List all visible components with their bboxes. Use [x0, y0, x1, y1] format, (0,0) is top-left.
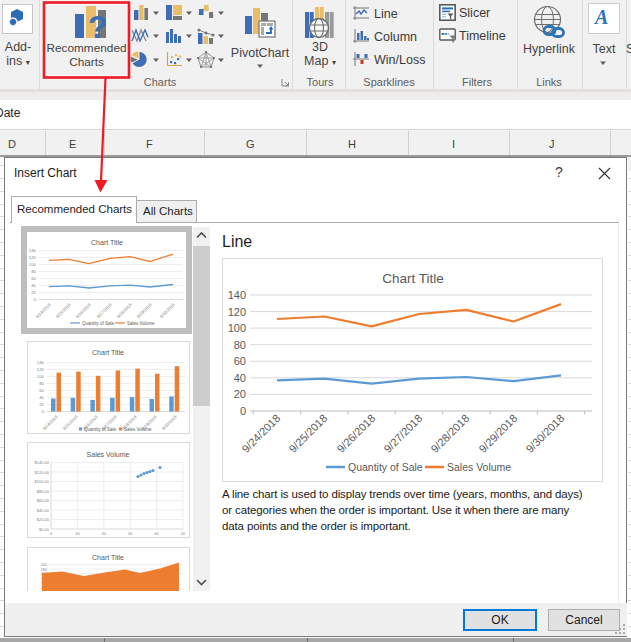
svg-text:40: 40: [31, 283, 36, 288]
svg-text:Quantity of Sale: Quantity of Sale: [84, 427, 117, 432]
svg-text:0: 0: [50, 531, 53, 536]
svg-text:9/30/2018: 9/30/2018: [523, 412, 566, 455]
svg-text:40: 40: [234, 372, 246, 384]
svg-text:140: 140: [228, 289, 246, 301]
svg-text:9/28/2018: 9/28/2018: [116, 302, 133, 319]
svg-text:120: 120: [37, 367, 45, 372]
svg-text:9/24/2018: 9/24/2018: [42, 414, 59, 431]
svg-text:Sales Volume: Sales Volume: [447, 461, 511, 473]
svg-text:0: 0: [240, 405, 246, 417]
svg-text:20: 20: [234, 388, 246, 400]
svg-text:9/29/2018: 9/29/2018: [136, 302, 153, 319]
svg-text:$100.00: $100.00: [35, 479, 50, 484]
svg-text:60: 60: [39, 388, 44, 393]
svg-text:$20.00: $20.00: [37, 517, 50, 522]
svg-text:100: 100: [29, 262, 37, 267]
svg-text:Quantity of Sale: Quantity of Sale: [82, 321, 115, 326]
svg-text:60: 60: [31, 276, 36, 281]
svg-text:9/26/2018: 9/26/2018: [334, 412, 377, 455]
svg-text:9/24/2018: 9/24/2018: [239, 412, 282, 455]
svg-text:Chart Title: Chart Title: [382, 271, 444, 286]
svg-text:80: 80: [39, 381, 44, 386]
svg-text:40: 40: [154, 531, 159, 536]
svg-text:120: 120: [29, 255, 37, 260]
svg-text:Sales Volume: Sales Volume: [127, 321, 155, 326]
svg-text:Chart Title: Chart Title: [92, 554, 124, 561]
svg-text:80: 80: [234, 339, 246, 351]
svg-text:9/30/2018: 9/30/2018: [161, 414, 178, 431]
svg-text:$60.00: $60.00: [37, 498, 50, 503]
svg-text:$40.00: $40.00: [37, 508, 50, 513]
svg-text:9/28/2018: 9/28/2018: [428, 412, 471, 455]
svg-text:$140.00: $140.00: [35, 460, 50, 465]
svg-text:30: 30: [128, 531, 133, 536]
svg-text:100: 100: [37, 374, 45, 379]
svg-text:0: 0: [34, 297, 37, 302]
svg-text:10: 10: [75, 531, 80, 536]
svg-text:Sales Volume: Sales Volume: [124, 427, 152, 432]
svg-text:Sales Volume: Sales Volume: [87, 451, 130, 458]
svg-text:9/30/2018: 9/30/2018: [159, 302, 176, 319]
svg-text:9/27/2018: 9/27/2018: [96, 302, 113, 319]
svg-text:9/25/2018: 9/25/2018: [286, 412, 329, 455]
svg-text:50: 50: [181, 531, 186, 536]
svg-text:9/26/2018: 9/26/2018: [75, 302, 92, 319]
svg-text:Quantity of Sale: Quantity of Sale: [348, 461, 423, 473]
svg-text:0: 0: [42, 409, 45, 414]
svg-text:20: 20: [31, 290, 36, 295]
svg-text:9/24/2018: 9/24/2018: [35, 302, 52, 319]
svg-text:140: 140: [37, 360, 45, 365]
svg-text:9/25/2018: 9/25/2018: [62, 414, 79, 431]
svg-text:40: 40: [39, 395, 44, 400]
svg-text:100: 100: [228, 322, 246, 334]
svg-text:?: ?: [88, 9, 108, 39]
svg-text:60: 60: [234, 355, 246, 367]
svg-text:Chart Title: Chart Title: [91, 239, 123, 246]
svg-text:140: 140: [29, 248, 37, 253]
svg-text:80: 80: [31, 269, 36, 274]
svg-text:$0.00: $0.00: [39, 527, 50, 532]
svg-text:9/25/2018: 9/25/2018: [55, 302, 72, 319]
svg-text:Chart Title: Chart Title: [92, 349, 124, 356]
svg-text:9/29/2018: 9/29/2018: [476, 412, 519, 455]
svg-text:180: 180: [41, 568, 47, 572]
svg-text:120: 120: [228, 306, 246, 318]
svg-text:20: 20: [39, 402, 44, 407]
svg-text:20: 20: [102, 531, 107, 536]
svg-text:$120.00: $120.00: [35, 470, 50, 475]
svg-text:9/27/2018: 9/27/2018: [381, 412, 424, 455]
svg-text:$80.00: $80.00: [37, 489, 50, 494]
svg-text:200: 200: [41, 563, 47, 567]
